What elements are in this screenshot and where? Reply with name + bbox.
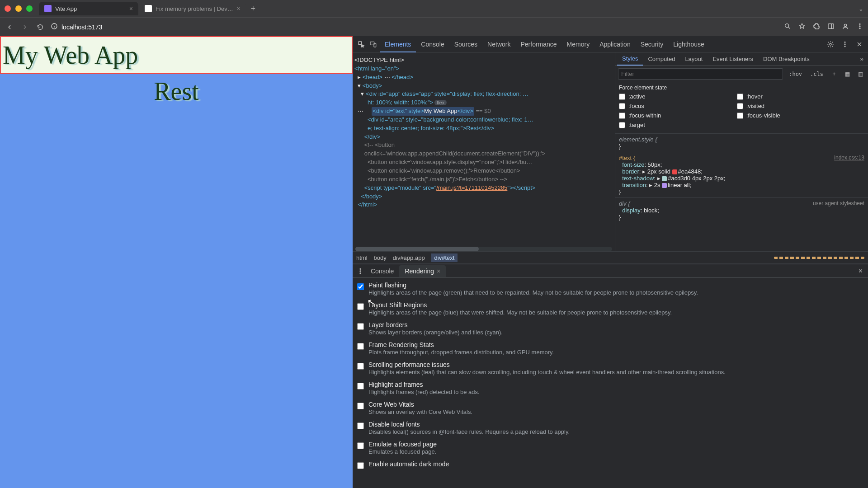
pseudo-checkbox[interactable] <box>619 94 625 100</box>
horizontal-scrollbar[interactable] <box>355 247 612 251</box>
breadcrumb-item[interactable]: html <box>356 254 368 261</box>
pseudo-checkbox[interactable] <box>737 113 743 119</box>
devtools-tab-security[interactable]: Security <box>636 37 669 52</box>
css-declaration[interactable]: transition: ▸ 2s linear all; <box>619 182 864 188</box>
render-option-checkbox[interactable] <box>357 303 364 310</box>
pseudo-hover[interactable]: :hover <box>737 93 855 100</box>
profile-icon[interactable] <box>842 23 849 31</box>
cls-toggle[interactable]: .cls <box>808 70 826 78</box>
flex-pill[interactable]: flex <box>434 100 447 105</box>
reload-button[interactable] <box>35 22 45 32</box>
dom-head-open[interactable]: <head> <box>363 74 382 80</box>
render-option-checkbox[interactable] <box>357 323 364 330</box>
dom-tree[interactable]: <!DOCTYPE html> <html lang="en"> ▸ <head… <box>353 52 615 251</box>
render-option-checkbox[interactable] <box>357 363 364 370</box>
pseudo-visited[interactable]: :visited <box>737 103 855 109</box>
close-tab-icon[interactable]: × <box>437 267 440 275</box>
extensions-icon[interactable] <box>813 23 820 31</box>
render-option-checkbox[interactable] <box>357 383 364 389</box>
dom-comment[interactable]: <!-- <button <box>364 141 395 148</box>
boxmodel-icon[interactable]: ▦ <box>843 70 852 78</box>
sidebar-tab-event-listeners[interactable]: Event Listeners <box>708 53 758 65</box>
sidebar-tab-layout[interactable]: Layout <box>680 53 708 65</box>
computed-icon[interactable]: ▥ <box>856 70 865 78</box>
chevron-down-icon[interactable]: ⌄ <box>859 5 863 12</box>
dom-line[interactable]: </html> <box>358 201 377 208</box>
pseudo-checkbox[interactable] <box>619 103 625 109</box>
site-info-icon[interactable] <box>51 23 58 31</box>
pseudo-focus-visible[interactable]: :focus-visible <box>737 112 855 119</box>
devtools-tab-application[interactable]: Application <box>594 37 636 52</box>
pseudo-focus-within[interactable]: :focus-within <box>619 112 737 119</box>
dom-line[interactable]: <html lang="en"> <box>354 65 399 72</box>
browser-tab-inactive[interactable]: Fix memory problems | Dev… × <box>139 2 246 15</box>
menu-icon[interactable] <box>856 23 863 31</box>
pseudo-checkbox[interactable] <box>737 94 743 100</box>
pseudo-focus[interactable]: :focus <box>619 103 737 109</box>
hov-toggle[interactable]: :hov <box>787 70 804 78</box>
pseudo-checkbox[interactable] <box>619 122 625 128</box>
drawer-tab-rendering[interactable]: Rendering× <box>399 265 446 277</box>
dom-comment[interactable]: <button onclick='fetch("./main.js")'>Fet… <box>368 176 507 183</box>
devtools-tab-sources[interactable]: Sources <box>449 37 482 52</box>
new-tab-button[interactable]: + <box>247 2 259 15</box>
drawer-menu-icon[interactable] <box>355 266 365 276</box>
pseudo-active[interactable]: :active <box>619 93 737 100</box>
breadcrumb-item[interactable]: div#app.app <box>393 254 425 261</box>
dom-selected-line[interactable]: ⋯ <div id="text" style>My Web App</div> … <box>354 107 613 116</box>
devtools-tab-memory[interactable]: Memory <box>562 37 595 52</box>
css-declaration[interactable]: border: ▸ 2px solid #ea4848; <box>619 168 864 175</box>
new-style-icon[interactable]: ＋ <box>829 69 839 79</box>
close-drawer-icon[interactable]: × <box>856 267 865 275</box>
devtools-tab-network[interactable]: Network <box>482 37 515 52</box>
dom-comment[interactable]: <button onclick='window.app.style.displa… <box>368 159 532 165</box>
render-option-checkbox[interactable] <box>357 442 364 449</box>
close-devtools-icon[interactable] <box>854 39 864 49</box>
forward-button[interactable] <box>20 22 30 32</box>
sidebar-tab-computed[interactable]: Computed <box>643 53 680 65</box>
drawer-tab-console[interactable]: Console <box>365 265 399 277</box>
pseudo-target[interactable]: :target <box>619 122 737 128</box>
dom-line[interactable]: <!DOCTYPE html> <box>354 56 613 65</box>
css-declaration[interactable]: font-size: 50px; <box>619 161 864 168</box>
css-declaration[interactable]: text-shadow: ▸ #acd3d0 4px 2px 2px; <box>619 175 864 182</box>
render-option-checkbox[interactable] <box>357 462 364 469</box>
pseudo-checkbox[interactable] <box>619 113 625 119</box>
dom-line[interactable]: <body> <box>363 82 382 89</box>
dom-head-close[interactable]: </head> <box>392 74 413 80</box>
dom-script-open[interactable]: <script type="module" src=" <box>364 184 436 191</box>
render-option-checkbox[interactable] <box>357 343 364 350</box>
devtools-tab-console[interactable]: Console <box>416 37 449 52</box>
minimize-window-icon[interactable] <box>15 5 22 12</box>
devtools-tab-lighthouse[interactable]: Lighthouse <box>668 37 709 52</box>
rule-selector[interactable]: element.style { <box>619 136 657 143</box>
zoom-icon[interactable] <box>784 23 791 31</box>
dom-line[interactable]: <div id="area" style="background-color:c… <box>368 116 533 123</box>
device-toggle-icon[interactable] <box>368 39 378 49</box>
dom-script-close[interactable]: "></script> <box>507 184 535 191</box>
breadcrumb-item[interactable]: body <box>374 254 387 261</box>
close-tab-icon[interactable]: × <box>129 5 133 12</box>
inspect-icon[interactable] <box>356 39 366 49</box>
more-tabs-icon[interactable]: » <box>858 56 866 62</box>
sidebar-tab-styles[interactable]: Styles <box>617 52 643 66</box>
render-option-checkbox[interactable] <box>357 403 364 409</box>
bookmark-icon[interactable] <box>798 23 806 31</box>
dom-comment[interactable]: <button onclick='window.app.remove();'>R… <box>368 167 520 174</box>
settings-icon[interactable] <box>826 39 835 49</box>
render-option-checkbox[interactable] <box>357 422 364 429</box>
devtools-tab-performance[interactable]: Performance <box>515 37 561 52</box>
render-option-checkbox[interactable] <box>357 283 364 290</box>
dom-script-src[interactable]: /main.js?t=1711101452285 <box>436 184 507 191</box>
back-button[interactable] <box>5 22 14 32</box>
css-declaration[interactable]: display: block; <box>619 207 864 214</box>
dom-line[interactable]: </div> <box>364 133 380 140</box>
styles-filter-input[interactable] <box>618 68 783 80</box>
dom-line[interactable]: e; text-align: center; font-size: 48px;"… <box>368 125 494 131</box>
sidepanel-icon[interactable] <box>827 23 835 31</box>
rule-selector[interactable]: #text { <box>619 155 864 161</box>
rule-source-link[interactable]: index.css:13 <box>834 155 864 161</box>
dom-line[interactable]: <div id="app" class="app" style="display… <box>366 90 528 97</box>
close-tab-icon[interactable]: × <box>237 5 241 12</box>
address-bar[interactable]: localhost:5173 <box>51 23 778 31</box>
